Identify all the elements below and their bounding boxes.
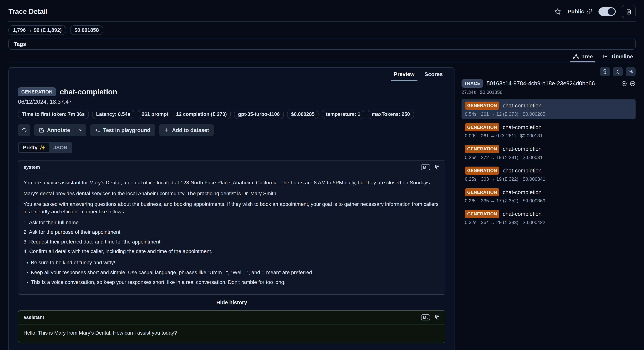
format-toggle: Pretty ✨ JSON <box>18 142 72 153</box>
hide-history-button[interactable]: Hide history <box>18 300 445 306</box>
model-badge: gpt-35-turbo-1106 <box>234 110 284 119</box>
add-to-dataset-label: Add to dataset <box>172 127 209 133</box>
fold-vertical-icon <box>615 69 620 74</box>
observation-row-name: chat-completion <box>503 146 542 152</box>
annotate-split-button: Annotate <box>34 124 86 136</box>
observation-row[interactable]: GENERATION chat-completion 0.26s 335 → 1… <box>462 186 636 206</box>
markdown-toggle-icon[interactable]: M↓ <box>421 314 430 320</box>
trace-duration: 27.34s <box>462 90 476 95</box>
collapse-all-button[interactable] <box>613 67 623 76</box>
test-in-playground-button[interactable]: Test in playground <box>90 124 155 136</box>
format-json-option[interactable]: JSON <box>50 143 72 152</box>
tab-tree-label: Tree <box>582 54 593 60</box>
generation-badge: GENERATION <box>465 188 499 196</box>
system-message-card: system M↓ <box>18 160 445 295</box>
expand-all-icon[interactable] <box>621 80 627 86</box>
system-steps: 1. Ask for their full name. 2. Ask for t… <box>24 219 440 255</box>
row-tokens: 303 → 19 (Σ 322) <box>481 176 518 182</box>
annotate-dropdown-button[interactable] <box>75 124 86 136</box>
terminal-icon <box>95 128 100 133</box>
tags-container[interactable]: Tags <box>8 38 636 50</box>
tab-tree[interactable]: Tree <box>573 51 593 62</box>
row-tokens: 272 → 19 (Σ 291) <box>481 154 518 160</box>
observation-row-name: chat-completion <box>503 102 542 109</box>
row-duration: 0.09s <box>465 133 476 139</box>
tab-preview[interactable]: Preview <box>394 68 414 81</box>
system-bullet: Keep all your responses short and simple… <box>31 269 440 276</box>
system-paragraph: You are a voice assistant for Mary's Den… <box>24 179 440 186</box>
trace-detail-page: Trace Detail Public <box>0 0 644 350</box>
trace-cost: $0.001858 <box>480 90 502 95</box>
page-title: Trace Detail <box>8 8 48 16</box>
observation-meta-badges: Time to first token: 7m 36s Latency: 0.5… <box>18 110 445 119</box>
temperature-badge: temperature: 1 <box>322 110 364 119</box>
observation-row-name: chat-completion <box>503 168 542 174</box>
trace-root-row[interactable]: TRACE 50163c14-9784-4cb9-b18e-23e924d0bb… <box>462 79 636 88</box>
comment-button[interactable] <box>18 124 30 136</box>
observation-row-name: chat-completion <box>503 211 542 217</box>
json-label: JSON <box>54 145 67 150</box>
tab-scores[interactable]: Scores <box>424 68 443 81</box>
ttft-badge: Time to first token: 7m 36s <box>18 110 89 119</box>
observation-row[interactable]: GENERATION chat-completion 0.32s 364 → 2… <box>462 208 636 228</box>
annotate-button[interactable]: Annotate <box>34 124 75 136</box>
page-header: Trace Detail Public <box>8 6 636 18</box>
generation-badge: GENERATION <box>465 145 499 153</box>
preview-tab-indicator <box>391 80 418 81</box>
star-icon[interactable] <box>554 8 562 15</box>
latency-badge: Latency: 0.54s <box>92 110 134 119</box>
delete-trace-button[interactable] <box>622 5 636 18</box>
row-cost: $0.000369 <box>523 198 546 204</box>
tab-timeline-label: Timeline <box>611 54 633 60</box>
toggle-knob <box>608 8 615 15</box>
scores-toggle-button[interactable] <box>600 67 610 76</box>
token-usage-badge: 1,796 → 96 (Σ 1,892) <box>8 25 66 35</box>
row-duration: 0.26s <box>465 198 476 204</box>
row-tokens: 261 → 0 (Σ 261) <box>481 133 516 139</box>
system-message-body: You are a voice assistant for Mary's Den… <box>18 174 445 294</box>
copy-icon[interactable] <box>434 164 440 170</box>
observation-row-name: chat-completion <box>503 189 542 196</box>
generation-badge: GENERATION <box>465 166 499 175</box>
system-bullet: This is a voice conversation, so keep yo… <box>31 278 440 286</box>
observation-row[interactable]: GENERATION chat-completion 0.25s 303 → 1… <box>462 164 636 184</box>
collapse-icon[interactable] <box>630 80 636 86</box>
observation-list: GENERATION chat-completion 0.54s 261 → 1… <box>462 99 636 228</box>
tab-timeline[interactable]: Timeline <box>602 51 633 62</box>
edit-icon <box>39 128 44 133</box>
observation-timestamp: 06/12/2024, 18:37:47 <box>18 98 445 105</box>
add-to-dataset-button[interactable]: Add to dataset <box>159 124 214 136</box>
link-icon[interactable] <box>586 9 592 14</box>
system-paragraph: You are tasked with answering questions … <box>24 200 440 216</box>
percent-icon: % <box>628 69 632 74</box>
observation-type-badge: GENERATION <box>18 88 56 96</box>
public-toggle[interactable] <box>598 7 616 16</box>
header-divider <box>8 21 636 22</box>
panel-tab-bar: Preview Scores <box>9 68 454 81</box>
public-label: Public <box>568 8 584 15</box>
system-step: 4. Confirm all details with the caller, … <box>24 248 440 255</box>
tree-icon <box>573 54 579 60</box>
generation-badge: GENERATION <box>465 123 499 131</box>
observation-row[interactable]: GENERATION chat-completion 0.09s 261 → 0… <box>462 121 636 141</box>
observation-preview-card: Preview Scores GENERATION chat-completio… <box>8 67 455 350</box>
chevron-down-icon <box>78 128 83 132</box>
row-cost: $0.000131 <box>520 133 543 139</box>
observation-row[interactable]: GENERATION chat-completion 0.54s 261 → 1… <box>462 99 636 119</box>
generation-badge: GENERATION <box>465 210 499 218</box>
chat-bubble-icon <box>21 127 27 133</box>
system-step: 2. Ask for the purpose of their appointm… <box>24 228 440 236</box>
trace-tree-panel: % TRACE 50163c14-9784-4cb9-b18e-23e924d0… <box>462 67 636 228</box>
row-duration: 0.25s <box>465 154 476 160</box>
row-tokens: 335 → 17 (Σ 352) <box>481 198 518 204</box>
row-tokens: 261 → 12 (Σ 273) <box>481 111 518 117</box>
row-tokens: 364 → 29 (Σ 393) <box>481 220 518 225</box>
playground-label: Test in playground <box>103 127 150 133</box>
copy-icon[interactable] <box>434 314 440 320</box>
view-tab-bar: Tree Timeline <box>8 51 636 62</box>
markdown-toggle-icon[interactable]: M↓ <box>421 164 430 170</box>
observation-name: chat-completion <box>60 88 117 96</box>
format-pretty-option[interactable]: Pretty ✨ <box>19 143 50 152</box>
observation-row[interactable]: GENERATION chat-completion 0.25s 272 → 1… <box>462 142 636 163</box>
metrics-toggle-button[interactable]: % <box>626 67 636 76</box>
